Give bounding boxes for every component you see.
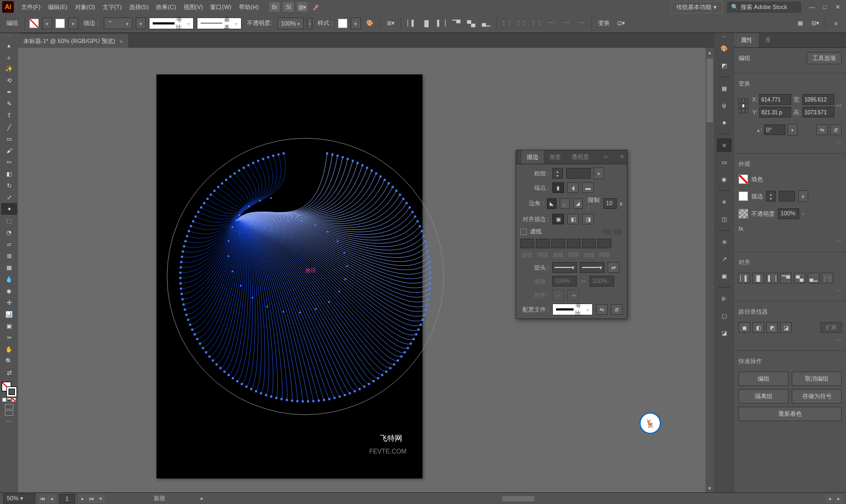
paintbrush-tool[interactable]: 🖌 [1, 145, 17, 156]
mesh-tool[interactable]: ⊞ [1, 250, 17, 262]
symbols-icon[interactable]: ♣ [717, 115, 732, 129]
pf-minus[interactable]: ◧ [752, 322, 764, 333]
status-arrow[interactable]: ▸ [201, 495, 204, 502]
reference-point-grid[interactable] [739, 98, 748, 113]
artboards-icon[interactable]: ▣ [717, 269, 732, 283]
next-artboard[interactable]: ▸ [78, 494, 87, 503]
artboard-tool[interactable]: ▣ [1, 320, 17, 332]
search-stock-input[interactable]: 🔍搜索 Adobe Stock [727, 2, 801, 13]
pathfinder-dock-icon[interactable]: ◪ [717, 326, 732, 340]
pf-exclude[interactable]: ◪ [780, 322, 792, 333]
type-tool[interactable]: T [1, 110, 17, 121]
align-m[interactable]: ▀▄ [794, 273, 806, 283]
join-bevel-icon[interactable]: ◢ [573, 198, 583, 209]
panel-menu-icon[interactable]: ≡ [617, 150, 627, 164]
scale-start-input[interactable]: 100% [552, 276, 577, 287]
y-input[interactable] [759, 107, 791, 117]
align-outside-icon[interactable]: ◨ [582, 214, 594, 224]
panel-menu-icon[interactable]: ≡ [830, 18, 842, 29]
scale-tool[interactable]: ⤢ [1, 191, 17, 203]
arrow-start-dd[interactable]: ▾ [552, 262, 577, 273]
tab-library[interactable]: 库 [759, 33, 777, 47]
selection-tool[interactable]: ▴ [1, 39, 17, 51]
close-tab-icon[interactable]: × [120, 38, 123, 45]
menu-select[interactable]: 选择(S) [126, 1, 152, 13]
scroll-left[interactable]: ◂ [825, 494, 834, 503]
menu-window[interactable]: 窗口(W) [207, 1, 235, 13]
graph-tool[interactable]: 📊 [1, 308, 17, 320]
curvature-tool[interactable]: ✎ [1, 98, 17, 110]
eraser-tool[interactable]: ◧ [1, 168, 17, 180]
menu-effect[interactable]: 效果(C) [153, 1, 179, 13]
slice-tool[interactable]: ✂ [1, 332, 17, 343]
window-maximize[interactable]: □ [818, 2, 831, 12]
artboard-number[interactable] [59, 494, 75, 503]
dist-h3-icon[interactable]: ⋮⋮ [530, 18, 542, 29]
transform-dd-icon[interactable]: ⊡▾ [615, 18, 627, 29]
align-b[interactable]: ▄▁ [808, 273, 819, 283]
swatches-icon[interactable]: ▦ [717, 81, 732, 95]
tab-transparency[interactable]: 透明度 [566, 150, 594, 164]
w-input[interactable] [802, 94, 834, 105]
angle-dd[interactable] [787, 124, 798, 136]
save-symbol-button[interactable]: 存储为符号 [792, 389, 842, 404]
dist-v[interactable]: ⋮⋮ [822, 273, 833, 283]
dist-h2-icon[interactable]: ⋮⋮ [516, 18, 527, 29]
opacity-swatch[interactable] [739, 209, 748, 219]
more-pathfinder[interactable]: ⋯ [739, 337, 842, 344]
fill-stroke-indicator[interactable] [2, 382, 16, 397]
align-r[interactable]: ▌▕ [766, 273, 778, 283]
align-center-icon[interactable]: ▣ [552, 214, 564, 224]
color-panel-icon[interactable]: 🎨 [717, 41, 732, 55]
flip-v-icon[interactable]: ⇵ [611, 304, 623, 315]
dash-align-icons[interactable] [602, 228, 623, 236]
asset-export-icon[interactable]: ↗ [717, 252, 732, 266]
stroke-weight-mini[interactable] [779, 191, 795, 201]
shape-builder-tool[interactable]: ◔ [1, 226, 17, 238]
prev-artboard[interactable]: ◂ [47, 494, 56, 503]
scroll-up-icon[interactable]: ▴ [706, 48, 714, 56]
appearance-icon[interactable]: ☀ [717, 195, 732, 209]
snap-icon[interactable]: ⊟▾ [809, 18, 821, 29]
transparency-dock-icon[interactable]: ◉ [717, 172, 732, 186]
direct-selection-tool[interactable]: ▵ [1, 51, 17, 63]
align-to-icon[interactable]: ⊞▾ [385, 18, 396, 29]
panel-grip[interactable]: ⋮ [516, 150, 521, 164]
stroke-stepper[interactable]: ▴▾ [766, 191, 776, 201]
cap-projecting-icon[interactable]: ▬ [582, 182, 594, 193]
fx-label[interactable]: fx. [739, 225, 745, 232]
transform-label[interactable]: 变换 [596, 18, 612, 28]
recolor-icon[interactable]: 🎨 [364, 18, 376, 29]
style-swatch[interactable] [338, 19, 347, 28]
stroke-dropdown[interactable] [68, 18, 78, 29]
layers-icon[interactable]: ≋ [717, 235, 732, 249]
toolbox-grip[interactable] [4, 35, 14, 38]
stroke-weight-dd[interactable]: ⌃ [104, 18, 132, 29]
stroke-swatch[interactable] [55, 19, 65, 28]
tab-gradient[interactable]: 渐变 [544, 150, 566, 164]
weight-dd[interactable] [594, 167, 604, 179]
zoom-tool[interactable]: 🔍 [1, 355, 17, 367]
free-transform-tool[interactable]: ⬚ [1, 215, 17, 226]
var-width-dd[interactable] [136, 18, 146, 29]
dist-h1-icon[interactable]: ⋮⋮ [501, 18, 512, 29]
fill-swatch[interactable] [29, 19, 39, 28]
edit-toolbar[interactable]: ⋯ [1, 416, 17, 427]
screen-mode-toggle[interactable] [5, 404, 13, 416]
document-tab[interactable]: 未标题-1* @ 50% (RGB/GPU 预览) × [18, 34, 128, 48]
menu-help[interactable]: 帮助(H) [236, 1, 262, 13]
menu-view[interactable]: 视图(V) [180, 1, 206, 13]
weight-input[interactable] [566, 168, 591, 179]
flip-vertical-icon[interactable]: ⇵ [830, 124, 842, 135]
symbol-sprayer-tool[interactable]: ✢ [1, 297, 17, 308]
align-hcenter-icon[interactable]: ▐▌ [420, 18, 432, 29]
gap-3[interactable] [598, 239, 611, 248]
opacity-input[interactable]: 100% [778, 208, 799, 219]
align-dock-icon[interactable]: ⊪ [717, 292, 732, 306]
stock-icon[interactable]: St [283, 2, 294, 12]
hand-tool[interactable]: ✋ [1, 343, 17, 355]
dashed-checkbox[interactable] [520, 229, 527, 235]
pencil-tool[interactable]: ✏ [1, 156, 17, 168]
opacity-extra[interactable]: › [307, 18, 312, 29]
window-minimize[interactable]: — [806, 2, 818, 12]
